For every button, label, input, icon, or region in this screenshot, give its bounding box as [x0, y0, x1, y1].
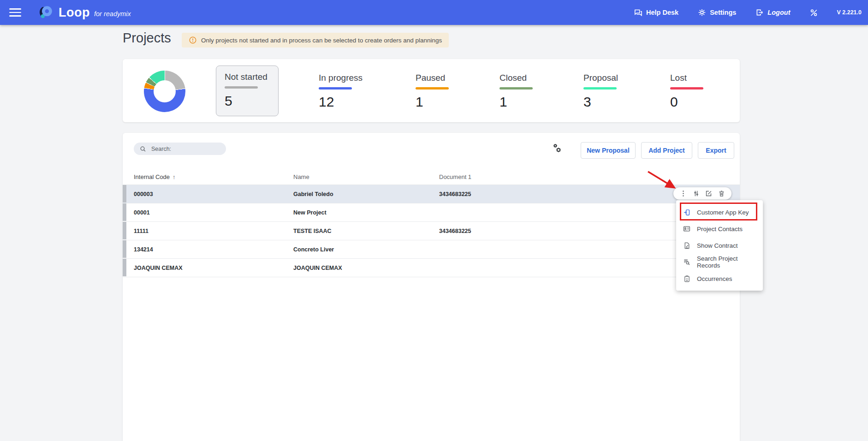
logout-icon	[755, 8, 764, 17]
clipboard-icon	[683, 275, 691, 283]
tune-icon[interactable]	[692, 190, 700, 197]
sort-asc-icon: ↑	[172, 173, 176, 180]
table-header-row: Internal Code ↑ Name Document 1	[123, 170, 740, 185]
menu-item-search-project-records[interactable]: Search Project Records	[676, 254, 763, 270]
menu-item-customer-app-key[interactable]: Customer App Key	[676, 204, 763, 220]
help-desk-button[interactable]: Help Desk	[634, 8, 678, 17]
menu-item-project-contacts[interactable]: Project Contacts	[676, 220, 763, 237]
logout-button[interactable]: Logout	[755, 8, 790, 17]
export-button[interactable]: Export	[698, 142, 734, 159]
status-underline	[583, 87, 617, 89]
menu-item-occurrences[interactable]: Occurrences	[676, 270, 763, 287]
menu-item-show-contract[interactable]: Show Contract	[676, 237, 763, 254]
status-donut	[144, 71, 185, 112]
column-header-name[interactable]: Name	[293, 173, 309, 180]
status-summary-card: Not started 5 In progress 12 Paused 1 Cl…	[123, 59, 740, 122]
gears-slash-icon[interactable]	[809, 8, 818, 17]
version-label: V 2.221.0	[837, 9, 862, 16]
warning-icon	[189, 36, 197, 44]
brand-logo[interactable]: Loop for readymix	[37, 4, 131, 21]
column-header-document[interactable]: Document 1	[439, 173, 471, 180]
add-project-button[interactable]: Add Project	[641, 142, 692, 159]
status-card-paused[interactable]: Paused 1	[416, 73, 449, 110]
info-banner: Only projects not started and in process…	[182, 33, 449, 48]
status-underline	[499, 87, 533, 89]
row-context-menu: Customer App Key Project Contacts Show C…	[676, 200, 763, 291]
app-key-icon	[683, 209, 691, 216]
brand-suffix: for readymix	[94, 7, 131, 18]
status-underline	[225, 86, 258, 89]
record-search-icon	[683, 258, 691, 266]
contract-icon	[683, 242, 691, 250]
status-card-not-started[interactable]: Not started 5	[216, 66, 279, 116]
new-proposal-button[interactable]: New Proposal	[581, 142, 636, 159]
delete-icon[interactable]	[718, 190, 725, 197]
status-card-closed[interactable]: Closed 1	[499, 73, 533, 110]
table-row[interactable]: 000003 Gabriel Toledo 3434683225	[123, 185, 740, 203]
search-icon	[139, 145, 147, 153]
more-options-icon[interactable]	[679, 190, 687, 197]
edit-icon[interactable]	[705, 190, 713, 197]
search-input[interactable]: Search:	[134, 143, 226, 155]
brand-name: Loop	[59, 6, 90, 20]
table-row[interactable]: 00001 New Project	[123, 203, 740, 222]
chat-icon	[634, 8, 642, 17]
column-header-internal-code[interactable]: Internal Code ↑	[134, 173, 176, 180]
table-body: 000003 Gabriel Toledo 3434683225 00001 N…	[123, 185, 740, 277]
contacts-icon	[683, 225, 691, 233]
status-underline	[416, 87, 449, 89]
projects-table-card: Search: New Proposal Add Project Export …	[123, 133, 740, 441]
banner-text: Only projects not started and in process…	[201, 37, 442, 44]
status-card-proposal[interactable]: Proposal 3	[583, 73, 618, 110]
status-underline	[319, 87, 352, 89]
gear-icon	[698, 8, 706, 17]
menu-icon[interactable]	[9, 6, 21, 19]
table-row[interactable]: JOAQUIN CEMAX JOAQUIN CEMAX	[123, 259, 740, 277]
status-card-lost[interactable]: Lost 0	[670, 73, 703, 110]
settings-button[interactable]: Settings	[698, 8, 736, 17]
status-underline	[670, 87, 703, 89]
loop-logo-icon	[37, 4, 54, 21]
table-row[interactable]: 134214 Concreto Liver	[123, 240, 740, 259]
top-nav: Loop for readymix Help Desk Settings	[0, 0, 868, 25]
page-title: Projects	[123, 30, 171, 46]
table-row[interactable]: 11111 TESTE ISAAC 3434683225	[123, 222, 740, 240]
status-card-in-progress[interactable]: In progress 12	[319, 73, 363, 110]
row-actions-toolbar	[673, 187, 731, 200]
table-settings-icon[interactable]	[552, 143, 563, 155]
